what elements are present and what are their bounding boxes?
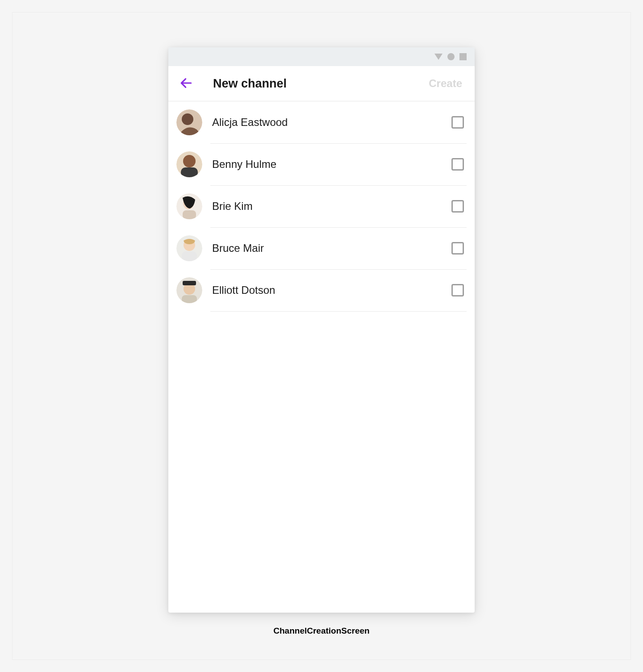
contact-checkbox[interactable] bbox=[451, 200, 464, 213]
contact-row[interactable]: Elliott Dotson bbox=[168, 269, 475, 311]
status-circle-icon bbox=[447, 53, 455, 61]
create-button[interactable]: Create bbox=[429, 77, 466, 90]
page-border: New channel Create Alicja Eastwood Benny… bbox=[12, 12, 631, 660]
device-frame: New channel Create Alicja Eastwood Benny… bbox=[168, 47, 475, 613]
avatar bbox=[176, 193, 202, 219]
contact-checkbox[interactable] bbox=[451, 242, 464, 255]
contact-name: Bruce Mair bbox=[212, 242, 451, 255]
svg-rect-8 bbox=[181, 167, 198, 177]
contact-name: Elliott Dotson bbox=[212, 284, 451, 296]
contact-row[interactable]: Brie Kim bbox=[168, 185, 475, 227]
page-title: New channel bbox=[213, 77, 429, 91]
contact-name: Benny Hulme bbox=[212, 158, 451, 171]
contact-name: Brie Kim bbox=[212, 200, 451, 213]
avatar bbox=[176, 277, 202, 303]
contact-row[interactable]: Benny Hulme bbox=[168, 143, 475, 185]
contact-name: Alicja Eastwood bbox=[212, 116, 451, 129]
contact-row[interactable]: Alicja Eastwood bbox=[168, 101, 475, 143]
svg-rect-18 bbox=[182, 295, 197, 303]
svg-rect-11 bbox=[183, 210, 196, 219]
svg-rect-17 bbox=[183, 281, 196, 285]
svg-rect-14 bbox=[182, 251, 197, 261]
avatar bbox=[176, 235, 202, 261]
svg-marker-0 bbox=[434, 54, 443, 60]
contact-list: Alicja Eastwood Benny Hulme Brie Kim bbox=[168, 101, 475, 613]
avatar bbox=[176, 109, 202, 135]
contact-checkbox[interactable] bbox=[451, 158, 464, 171]
screen-caption: ChannelCreationScreen bbox=[13, 626, 630, 636]
svg-point-1 bbox=[447, 53, 455, 60]
contact-row[interactable]: Bruce Mair bbox=[168, 227, 475, 269]
contact-checkbox[interactable] bbox=[451, 116, 464, 129]
svg-point-5 bbox=[182, 113, 193, 125]
page-canvas: New channel Create Alicja Eastwood Benny… bbox=[0, 0, 643, 672]
back-button[interactable] bbox=[177, 75, 195, 92]
contact-checkbox[interactable] bbox=[451, 284, 464, 296]
status-bar bbox=[168, 47, 475, 66]
svg-rect-2 bbox=[459, 53, 467, 60]
app-bar: New channel Create bbox=[168, 66, 475, 101]
avatar bbox=[176, 151, 202, 177]
status-triangle-icon bbox=[434, 53, 443, 61]
arrow-left-icon bbox=[179, 76, 193, 92]
status-square-icon bbox=[459, 53, 467, 60]
svg-point-7 bbox=[183, 155, 196, 167]
